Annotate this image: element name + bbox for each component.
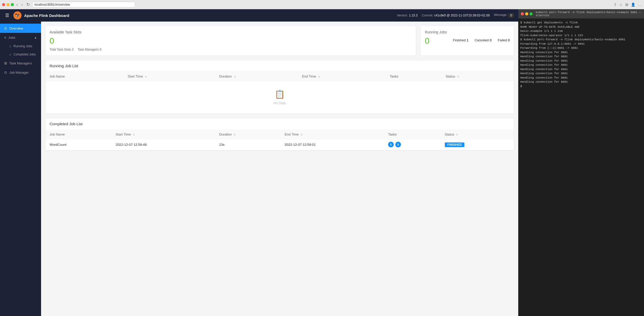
running-job-list-section: Running Job List Job Name Start Time ⇅ D… <box>45 60 514 114</box>
terminal-line: Handling connection for 8081 <box>520 54 642 59</box>
sidebar-item-task-managers[interactable]: ⊞ Task Managers <box>0 59 41 68</box>
comp-start-sort-icon[interactable]: ⇅ <box>133 133 135 136</box>
term-minimize-dot[interactable] <box>525 12 528 15</box>
terminal-line: Handling connection for 8081 <box>520 67 642 72</box>
menu-button[interactable]: ☰ <box>4 12 10 19</box>
finished-value: 1 <box>467 38 468 42</box>
sidebar-item-running-jobs[interactable]: ○ Running Jobs <box>0 42 41 50</box>
terminal-line: $ kubectl get deployments -n flink <box>520 21 642 25</box>
running-jobs-label: Running Jobs <box>13 44 32 48</box>
close-dot[interactable] <box>2 3 5 6</box>
maximize-dot[interactable] <box>11 3 14 6</box>
comp-end-sort-icon[interactable]: ⇅ <box>301 133 303 136</box>
total-slots-value: 0 <box>72 48 74 51</box>
start-time-sort-icon[interactable]: ⇅ <box>145 75 147 78</box>
failed-stat: Failed 0 <box>498 38 510 42</box>
sidebar-item-overview[interactable]: ⊙ Overview <box>0 24 41 33</box>
terminal-line: $ <box>520 84 642 89</box>
no-data-cell: 📋 No Data <box>45 81 514 113</box>
terminal-line: flink-kubernetes-operator 1/1 1 1 21h <box>520 33 642 38</box>
completed-job-table-head: Job Name Start Time ⇅ Duration ⇅ End Tim… <box>45 130 514 139</box>
jobs-group: ≡ Jobs ▲ ○ Running Jobs ○ Completed Jobs <box>0 33 41 59</box>
term-close-dot[interactable] <box>521 12 524 15</box>
commit-info: Commit: c41c8e5 @ 2022-11-10T10:39:02+01… <box>422 14 490 17</box>
flink-body: ⊙ Overview ≡ Jobs ▲ ○ Running Jobs ○ <box>0 22 518 316</box>
job-manager-label: Job Manager <box>9 71 29 74</box>
canceled-stat: Canceled 0 <box>475 38 492 42</box>
extensions-icon[interactable]: ⊞ <box>625 2 629 7</box>
forward-button[interactable]: › <box>20 2 24 7</box>
col-status: Status ⇅ <box>441 72 514 81</box>
terminal-line: Handling connection for 8081 <box>520 59 642 63</box>
terminal-content[interactable]: $ kubectl get deployments -n flinkNAME R… <box>518 18 644 316</box>
comp-status-sort-icon[interactable]: ⇅ <box>456 133 458 136</box>
comp-duration-sort-icon[interactable]: ⇅ <box>234 133 236 136</box>
jobs-icon: ≡ <box>4 35 6 40</box>
comp-col-tasks: Tasks <box>384 130 441 139</box>
jobs-label: Jobs <box>8 36 15 40</box>
sidebar-item-job-manager[interactable]: ⊙ Job Manager <box>0 68 41 77</box>
comp-col-end-time: End Time ⇅ <box>281 130 384 139</box>
refresh-button[interactable]: ↻ <box>25 2 31 7</box>
overview-icon: ⊙ <box>4 26 7 30</box>
tasks-cell: 5 5 <box>384 139 441 150</box>
app-title: Apache Flink Dashboard <box>24 13 69 18</box>
message-info: Message: 0 <box>494 13 514 18</box>
task-managers-label: Task Managers <box>78 48 99 51</box>
terminal-line: Handling connection for 8081 <box>520 50 642 55</box>
duration-sort-icon[interactable]: ⇅ <box>234 75 236 78</box>
terminal-dots <box>521 12 533 15</box>
flink-logo: 🦅 Apache Flink Dashboard <box>13 11 69 20</box>
running-jobs-card: Running Jobs 0 Finished 1 Canceled <box>420 26 514 56</box>
status-cell: FINISHED <box>441 139 514 150</box>
minimize-dot[interactable] <box>6 3 9 6</box>
comp-col-status: Status ⇅ <box>441 130 514 139</box>
running-jobs-title: Running Jobs <box>425 30 447 34</box>
task-managers-value: 0 <box>100 48 101 51</box>
finished-stat: Finished 1 <box>453 38 468 42</box>
back-button[interactable]: ‹ <box>15 2 19 7</box>
finished-label: Finished <box>453 38 466 42</box>
end-time-sort-icon[interactable]: ⇅ <box>318 75 320 78</box>
task-slots-footer: Total Task Slots 0 Task Managers 0 <box>50 48 412 51</box>
version-label: Version: <box>397 14 408 17</box>
commit-label: Commit: <box>422 14 433 17</box>
sidebar-item-jobs[interactable]: ≡ Jobs ▲ <box>0 33 41 42</box>
tasks-badge-b: 5 <box>395 142 401 147</box>
profile-icon[interactable]: 👤 <box>630 2 636 7</box>
running-job-table: Job Name Start Time ⇅ Duration ⇅ End Tim… <box>45 72 514 113</box>
no-data-row: 📋 No Data <box>45 81 514 113</box>
comp-col-duration: Duration ⇅ <box>215 130 281 139</box>
failed-value: 0 <box>508 38 510 42</box>
browser-toolbar: ⇧ ☆ ⊞ 👤 … <box>613 2 642 7</box>
term-maximize-dot[interactable] <box>530 12 533 15</box>
terminal-line: Handling connection for 8081 <box>520 71 642 76</box>
running-job-list-title: Running Job List <box>45 60 514 72</box>
running-job-table-body: 📋 No Data <box>45 81 514 113</box>
jobs-collapse-icon: ▲ <box>34 36 37 39</box>
running-job-table-head: Job Name Start Time ⇅ Duration ⇅ End Tim… <box>45 72 514 81</box>
col-job-name: Job Name <box>45 72 123 81</box>
table-row[interactable]: WordCount 2022-12-07 12:58:48 13s 2022-1… <box>45 139 514 150</box>
task-managers-icon: ⊞ <box>4 61 7 65</box>
completed-job-list-title: Completed Job List <box>45 118 514 130</box>
summary-cards: Available Task Slots 0 Total Task Slots … <box>45 26 514 56</box>
completed-jobs-icon: ○ <box>9 52 11 56</box>
total-slots-info: Total Task Slots 0 <box>50 48 74 51</box>
commit-value: c41c8e5 @ 2022-11-10T10:39:02+01:00 <box>434 14 490 17</box>
terminal-line: Forwarding from [::1]:8081 -> 8081 <box>520 46 642 50</box>
canceled-value: 0 <box>490 38 492 42</box>
bookmark-icon[interactable]: ☆ <box>619 2 623 7</box>
status-sort-icon[interactable]: ⇅ <box>457 75 459 78</box>
more-icon[interactable]: … <box>637 2 642 7</box>
start-time-cell: 2022-12-07 12:58:48 <box>111 139 215 150</box>
available-task-slots-card: Available Task Slots 0 Total Task Slots … <box>45 26 416 56</box>
address-bar[interactable] <box>32 2 135 7</box>
no-data-text: No Data <box>54 101 506 105</box>
sidebar-item-completed-jobs[interactable]: ○ Completed Jobs <box>0 50 41 59</box>
sidebar: ⊙ Overview ≡ Jobs ▲ ○ Running Jobs ○ <box>0 22 41 316</box>
terminal-titlebar: kubectl port-forward -n flink deployment… <box>518 9 644 18</box>
task-managers-label: Task Managers <box>9 61 32 65</box>
task-slots-title: Available Task Slots <box>50 30 412 34</box>
share-icon[interactable]: ⇧ <box>613 2 617 7</box>
